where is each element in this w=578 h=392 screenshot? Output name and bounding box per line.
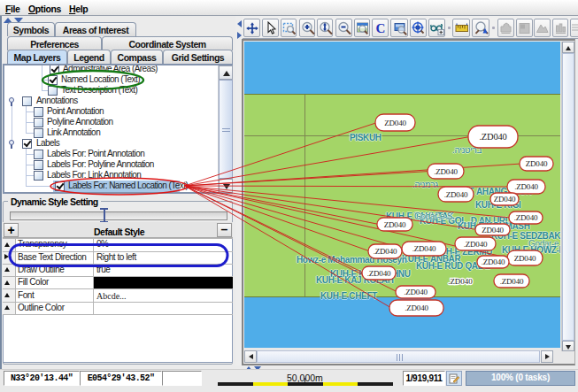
svg-text:ZD040: ZD040: [384, 220, 406, 229]
svg-text:.ZD040: .ZD040: [500, 277, 524, 286]
svg-text:.ZD040: .ZD040: [479, 132, 506, 142]
svg-text:ZD040: ZD040: [482, 226, 504, 234]
svg-text:.ZD040: .ZD040: [434, 167, 458, 176]
svg-text:.ZD040: .ZD040: [367, 269, 391, 278]
svg-text:.ZD040: .ZD040: [514, 213, 538, 222]
svg-text:ZD040: ZD040: [494, 195, 516, 204]
svg-text:ZD040: ZD040: [526, 159, 548, 168]
svg-text:ZD040: ZD040: [384, 119, 406, 127]
svg-text:.ZD040: .ZD040: [412, 244, 436, 253]
svg-text:.ZD040: .ZD040: [405, 304, 428, 312]
svg-text:ZD040: ZD040: [514, 254, 536, 263]
svg-text:.ZD040: .ZD040: [464, 240, 488, 249]
svg-text:.ZD040: .ZD040: [482, 257, 505, 266]
svg-text:.ZD040: .ZD040: [444, 190, 468, 199]
svg-text:.ZD040: .ZD040: [514, 182, 538, 191]
svg-text:.ZD040: .ZD040: [404, 288, 428, 296]
svg-text:.ZD040: .ZD040: [448, 277, 473, 286]
svg-text:.ZD040: .ZD040: [374, 247, 397, 256]
